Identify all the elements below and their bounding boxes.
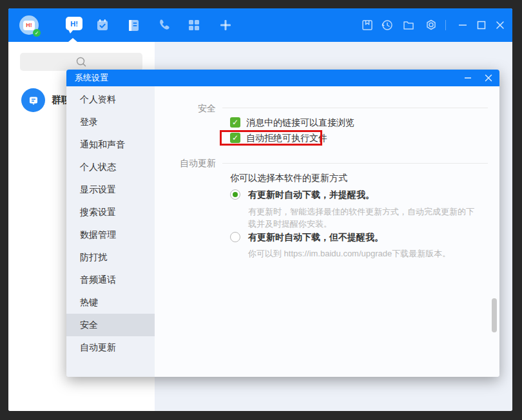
menu-item-security[interactable]: 安全 — [66, 314, 155, 336]
tab-chat-active[interactable]: H! — [66, 17, 83, 33]
radio-desc-auto-download-silent: 你可以到 https://im.baidu.com/upgrade下载最新版本。 — [248, 247, 481, 260]
search-input[interactable] — [20, 53, 142, 71]
notebook-bookmark-icon — [361, 19, 374, 32]
radio-desc-auto-download-notify: 有更新时，智能选择最佳的软件更新方式，自动完成更新的下载并及时提醒你安装。 — [248, 205, 481, 230]
history-clock-icon — [381, 19, 394, 32]
app-toolbar: H! ✓ H! — [8, 8, 512, 42]
chat-bubble-icon: H! — [66, 17, 82, 30]
tab-calendar[interactable] — [95, 17, 110, 33]
menu-item-status[interactable]: 个人状态 — [66, 156, 155, 178]
toolbar-separator — [445, 20, 446, 30]
dialog-close-button[interactable] — [483, 72, 494, 84]
settings-content: 安全 ✓ 消息中的链接可以直接浏览 ✓ 自动拒绝可执行文件 自动更新 你可以选择… — [155, 86, 499, 377]
menu-item-hotkeys[interactable]: 热键 — [66, 291, 155, 314]
phone-icon — [157, 18, 171, 32]
close-icon — [484, 73, 493, 82]
tab-contacts[interactable] — [126, 17, 141, 33]
checkbox-browse-links[interactable]: ✓ — [230, 117, 240, 128]
apps-grid-icon — [187, 18, 201, 32]
dialog-title: 系统设置 — [75, 72, 108, 84]
settings-menu: 个人资料 登录 通知和声音 个人状态 显示设置 搜索设置 数据管理 防打扰 音频… — [66, 86, 155, 377]
window-minimize-button[interactable] — [455, 17, 470, 33]
radio-auto-download-notify[interactable] — [230, 189, 240, 200]
menu-item-data[interactable]: 数据管理 — [66, 224, 155, 246]
minimize-icon — [463, 73, 472, 82]
minimize-icon — [457, 19, 469, 31]
group-chat-avatar — [21, 88, 45, 112]
add-plus-icon — [218, 18, 233, 32]
checkbox-label-browse-links: 消息中的链接可以直接浏览 — [246, 117, 354, 128]
notes-button[interactable] — [360, 17, 375, 33]
section-label-security: 安全 — [155, 103, 216, 115]
window-maximize-button[interactable] — [474, 17, 489, 33]
files-button[interactable] — [401, 17, 416, 33]
dialog-body: 个人资料 登录 通知和声音 个人状态 显示设置 搜索设置 数据管理 防打扰 音频… — [66, 86, 499, 377]
menu-item-dnd[interactable]: 防打扰 — [66, 246, 155, 269]
menu-item-login[interactable]: 登录 — [66, 111, 155, 133]
settings-button[interactable] — [423, 17, 439, 33]
online-status-badge: ✓ — [33, 29, 41, 37]
avatar-logo: H! — [23, 21, 35, 30]
folder-icon — [402, 19, 415, 32]
history-button[interactable] — [380, 17, 395, 33]
radio-auto-download-silent[interactable] — [230, 232, 240, 242]
user-avatar[interactable]: H! ✓ — [19, 15, 39, 35]
menu-item-profile[interactable]: 个人资料 — [66, 88, 155, 111]
menu-item-search[interactable]: 搜索设置 — [66, 201, 155, 224]
radio-label-auto-download-notify: 有更新时自动下载，并提醒我。 — [248, 189, 374, 200]
annotation-highlight-box — [220, 130, 322, 146]
chat-square-icon — [27, 94, 40, 107]
update-intro-text: 你可以选择本软件的更新方式 — [230, 173, 347, 184]
menu-item-auto-update[interactable]: 自动更新 — [66, 336, 155, 359]
menu-item-display[interactable]: 显示设置 — [66, 178, 155, 201]
settings-dialog: 系统设置 个人资料 登录 通知和声音 个人状 — [66, 70, 499, 377]
dialog-titlebar[interactable]: 系统设置 — [66, 70, 499, 86]
radio-selected-dot — [233, 192, 238, 197]
add-button[interactable] — [218, 17, 233, 33]
search-icon — [75, 55, 88, 68]
tab-apps[interactable] — [186, 17, 202, 33]
chat-bubble-tail — [68, 30, 73, 33]
desktop-background: H! ✓ H! — [0, 0, 522, 420]
section-label-auto-update: 自动更新 — [155, 158, 216, 169]
maximize-icon — [476, 19, 487, 31]
section-divider — [222, 108, 488, 108]
section-divider — [222, 163, 488, 164]
menu-item-audio-call[interactable]: 音频通话 — [66, 269, 155, 291]
calendar-check-icon — [95, 18, 110, 32]
radio-label-auto-download-silent: 有更新时自动下载，但不提醒我。 — [248, 232, 383, 242]
dialog-minimize-button[interactable] — [462, 72, 474, 84]
contacts-book-icon — [126, 18, 140, 32]
close-icon — [494, 19, 506, 31]
menu-item-notifications[interactable]: 通知和声音 — [66, 133, 155, 156]
dialog-scrollbar-thumb[interactable] — [492, 298, 497, 332]
window-close-button[interactable] — [492, 17, 508, 33]
settings-gear-icon — [425, 19, 438, 32]
tab-calls[interactable] — [157, 17, 172, 33]
